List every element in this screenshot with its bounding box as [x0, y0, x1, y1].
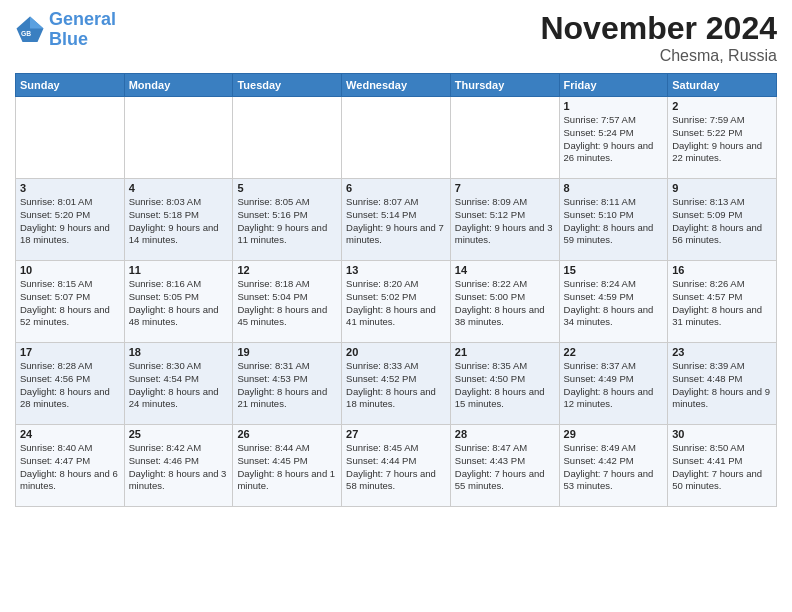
calendar-week-4: 24Sunrise: 8:40 AM Sunset: 4:47 PM Dayli…	[16, 425, 777, 507]
day-number: 13	[346, 264, 446, 276]
day-number: 30	[672, 428, 772, 440]
calendar-cell: 13Sunrise: 8:20 AM Sunset: 5:02 PM Dayli…	[342, 261, 451, 343]
header: GB General Blue November 2024 Chesma, Ru…	[15, 10, 777, 65]
day-number: 29	[564, 428, 664, 440]
header-row: Sunday Monday Tuesday Wednesday Thursday…	[16, 74, 777, 97]
calendar-cell: 28Sunrise: 8:47 AM Sunset: 4:43 PM Dayli…	[450, 425, 559, 507]
calendar-cell	[16, 97, 125, 179]
logo-line1: General	[49, 9, 116, 29]
svg-text:GB: GB	[21, 30, 31, 37]
day-number: 16	[672, 264, 772, 276]
day-number: 12	[237, 264, 337, 276]
logo-text: General Blue	[49, 10, 116, 50]
day-info: Sunrise: 8:24 AM Sunset: 4:59 PM Dayligh…	[564, 278, 664, 329]
calendar-cell: 30Sunrise: 8:50 AM Sunset: 4:41 PM Dayli…	[668, 425, 777, 507]
day-number: 8	[564, 182, 664, 194]
day-info: Sunrise: 8:44 AM Sunset: 4:45 PM Dayligh…	[237, 442, 337, 493]
day-info: Sunrise: 8:26 AM Sunset: 4:57 PM Dayligh…	[672, 278, 772, 329]
day-info: Sunrise: 8:09 AM Sunset: 5:12 PM Dayligh…	[455, 196, 555, 247]
day-info: Sunrise: 8:15 AM Sunset: 5:07 PM Dayligh…	[20, 278, 120, 329]
day-number: 25	[129, 428, 229, 440]
calendar-cell: 23Sunrise: 8:39 AM Sunset: 4:48 PM Dayli…	[668, 343, 777, 425]
day-info: Sunrise: 8:22 AM Sunset: 5:00 PM Dayligh…	[455, 278, 555, 329]
calendar-cell: 6Sunrise: 8:07 AM Sunset: 5:14 PM Daylig…	[342, 179, 451, 261]
day-number: 11	[129, 264, 229, 276]
day-info: Sunrise: 8:31 AM Sunset: 4:53 PM Dayligh…	[237, 360, 337, 411]
day-info: Sunrise: 8:13 AM Sunset: 5:09 PM Dayligh…	[672, 196, 772, 247]
calendar-cell: 5Sunrise: 8:05 AM Sunset: 5:16 PM Daylig…	[233, 179, 342, 261]
calendar-cell: 12Sunrise: 8:18 AM Sunset: 5:04 PM Dayli…	[233, 261, 342, 343]
calendar-week-1: 3Sunrise: 8:01 AM Sunset: 5:20 PM Daylig…	[16, 179, 777, 261]
day-info: Sunrise: 8:42 AM Sunset: 4:46 PM Dayligh…	[129, 442, 229, 493]
calendar-cell: 7Sunrise: 8:09 AM Sunset: 5:12 PM Daylig…	[450, 179, 559, 261]
day-info: Sunrise: 8:37 AM Sunset: 4:49 PM Dayligh…	[564, 360, 664, 411]
day-info: Sunrise: 8:45 AM Sunset: 4:44 PM Dayligh…	[346, 442, 446, 493]
col-wednesday: Wednesday	[342, 74, 451, 97]
location: Chesma, Russia	[540, 47, 777, 65]
calendar-cell: 16Sunrise: 8:26 AM Sunset: 4:57 PM Dayli…	[668, 261, 777, 343]
calendar-cell: 20Sunrise: 8:33 AM Sunset: 4:52 PM Dayli…	[342, 343, 451, 425]
logo-icon: GB	[15, 15, 45, 45]
day-number: 18	[129, 346, 229, 358]
calendar-cell	[342, 97, 451, 179]
page: GB General Blue November 2024 Chesma, Ru…	[0, 0, 792, 612]
calendar-cell: 10Sunrise: 8:15 AM Sunset: 5:07 PM Dayli…	[16, 261, 125, 343]
day-info: Sunrise: 8:50 AM Sunset: 4:41 PM Dayligh…	[672, 442, 772, 493]
day-number: 22	[564, 346, 664, 358]
col-friday: Friday	[559, 74, 668, 97]
calendar-cell: 3Sunrise: 8:01 AM Sunset: 5:20 PM Daylig…	[16, 179, 125, 261]
calendar-cell	[450, 97, 559, 179]
day-info: Sunrise: 8:01 AM Sunset: 5:20 PM Dayligh…	[20, 196, 120, 247]
day-info: Sunrise: 7:59 AM Sunset: 5:22 PM Dayligh…	[672, 114, 772, 165]
col-monday: Monday	[124, 74, 233, 97]
day-info: Sunrise: 8:18 AM Sunset: 5:04 PM Dayligh…	[237, 278, 337, 329]
day-info: Sunrise: 8:05 AM Sunset: 5:16 PM Dayligh…	[237, 196, 337, 247]
day-number: 10	[20, 264, 120, 276]
day-number: 21	[455, 346, 555, 358]
calendar-week-2: 10Sunrise: 8:15 AM Sunset: 5:07 PM Dayli…	[16, 261, 777, 343]
calendar-header: Sunday Monday Tuesday Wednesday Thursday…	[16, 74, 777, 97]
day-info: Sunrise: 8:20 AM Sunset: 5:02 PM Dayligh…	[346, 278, 446, 329]
day-info: Sunrise: 8:28 AM Sunset: 4:56 PM Dayligh…	[20, 360, 120, 411]
day-info: Sunrise: 8:07 AM Sunset: 5:14 PM Dayligh…	[346, 196, 446, 247]
calendar-cell	[124, 97, 233, 179]
day-number: 19	[237, 346, 337, 358]
day-number: 14	[455, 264, 555, 276]
calendar-cell: 4Sunrise: 8:03 AM Sunset: 5:18 PM Daylig…	[124, 179, 233, 261]
month-title: November 2024	[540, 10, 777, 47]
day-info: Sunrise: 8:47 AM Sunset: 4:43 PM Dayligh…	[455, 442, 555, 493]
day-number: 9	[672, 182, 772, 194]
calendar-cell: 21Sunrise: 8:35 AM Sunset: 4:50 PM Dayli…	[450, 343, 559, 425]
day-info: Sunrise: 8:03 AM Sunset: 5:18 PM Dayligh…	[129, 196, 229, 247]
logo: GB General Blue	[15, 10, 116, 50]
day-info: Sunrise: 8:16 AM Sunset: 5:05 PM Dayligh…	[129, 278, 229, 329]
title-block: November 2024 Chesma, Russia	[540, 10, 777, 65]
day-number: 17	[20, 346, 120, 358]
calendar-week-3: 17Sunrise: 8:28 AM Sunset: 4:56 PM Dayli…	[16, 343, 777, 425]
day-info: Sunrise: 8:35 AM Sunset: 4:50 PM Dayligh…	[455, 360, 555, 411]
logo-line2: Blue	[49, 29, 88, 49]
calendar-cell: 8Sunrise: 8:11 AM Sunset: 5:10 PM Daylig…	[559, 179, 668, 261]
day-number: 4	[129, 182, 229, 194]
day-number: 6	[346, 182, 446, 194]
calendar-cell: 26Sunrise: 8:44 AM Sunset: 4:45 PM Dayli…	[233, 425, 342, 507]
day-info: Sunrise: 8:49 AM Sunset: 4:42 PM Dayligh…	[564, 442, 664, 493]
day-number: 5	[237, 182, 337, 194]
calendar-cell	[233, 97, 342, 179]
day-number: 20	[346, 346, 446, 358]
calendar-cell: 22Sunrise: 8:37 AM Sunset: 4:49 PM Dayli…	[559, 343, 668, 425]
day-info: Sunrise: 8:40 AM Sunset: 4:47 PM Dayligh…	[20, 442, 120, 493]
day-info: Sunrise: 8:33 AM Sunset: 4:52 PM Dayligh…	[346, 360, 446, 411]
day-info: Sunrise: 8:11 AM Sunset: 5:10 PM Dayligh…	[564, 196, 664, 247]
calendar-cell: 15Sunrise: 8:24 AM Sunset: 4:59 PM Dayli…	[559, 261, 668, 343]
calendar-body: 1Sunrise: 7:57 AM Sunset: 5:24 PM Daylig…	[16, 97, 777, 507]
day-number: 28	[455, 428, 555, 440]
calendar-cell: 25Sunrise: 8:42 AM Sunset: 4:46 PM Dayli…	[124, 425, 233, 507]
calendar-cell: 29Sunrise: 8:49 AM Sunset: 4:42 PM Dayli…	[559, 425, 668, 507]
day-number: 26	[237, 428, 337, 440]
day-number: 27	[346, 428, 446, 440]
calendar-cell: 27Sunrise: 8:45 AM Sunset: 4:44 PM Dayli…	[342, 425, 451, 507]
calendar-week-0: 1Sunrise: 7:57 AM Sunset: 5:24 PM Daylig…	[16, 97, 777, 179]
day-info: Sunrise: 8:39 AM Sunset: 4:48 PM Dayligh…	[672, 360, 772, 411]
col-sunday: Sunday	[16, 74, 125, 97]
